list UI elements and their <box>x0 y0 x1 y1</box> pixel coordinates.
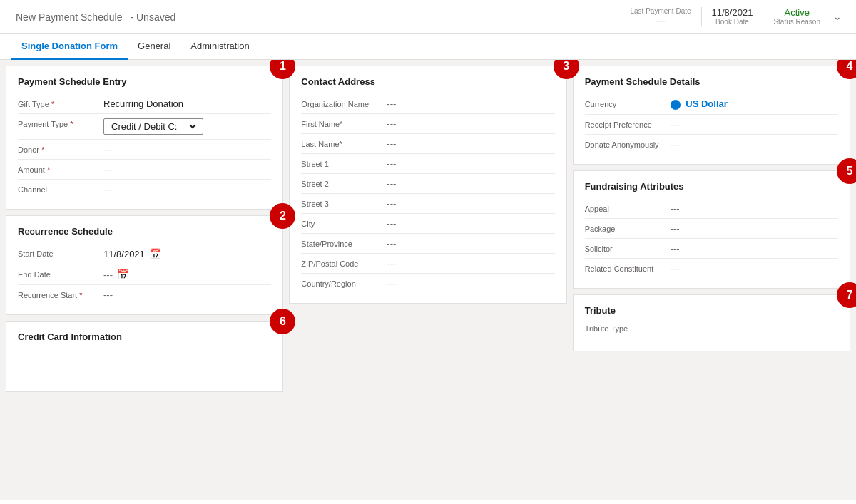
payment-type-value[interactable]: Credit / Debit C: <box>103 118 271 135</box>
tribute-section: 7 Tribute Tribute Type <box>573 294 850 351</box>
end-date-value: --- 📅 <box>103 269 271 280</box>
section-badge-7: 7 <box>837 282 856 308</box>
appeal-value[interactable]: --- <box>671 203 838 214</box>
section-badge-5: 5 <box>837 158 856 184</box>
tab-single-donation-form[interactable]: Single Donation Form <box>11 34 128 60</box>
donor-value[interactable]: --- <box>103 144 271 155</box>
credit-card-section: 6 Credit Card Information <box>6 321 283 392</box>
org-name-field: Organization Name --- <box>301 94 554 114</box>
street3-label: Street 3 <box>301 198 387 208</box>
gift-type-label: Gift Type * <box>18 98 103 108</box>
start-date-calendar-icon[interactable]: 📅 <box>149 248 161 259</box>
country-label: Country/Region <box>301 278 387 288</box>
main-content: 1 Payment Schedule Entry Gift Type * Rec… <box>0 60 856 500</box>
donate-anon-label: Donate Anonymously <box>585 139 671 149</box>
gift-type-field: Gift Type * Recurring Donation <box>18 94 271 114</box>
zip-field: ZIP/Postal Code --- <box>301 254 554 274</box>
gift-type-value: Recurring Donation <box>103 98 271 109</box>
payment-schedule-details-section: 4 Payment Schedule Details Currency US D… <box>573 66 850 165</box>
start-date-value: 11/8/2021 📅 <box>103 248 271 259</box>
book-date-label: Book Date <box>712 18 753 26</box>
state-label: State/Province <box>301 238 387 248</box>
start-date-text: 11/8/2021 <box>103 249 145 259</box>
solicitor-field: Solicitor --- <box>585 239 838 259</box>
currency-value[interactable]: US Dollar <box>671 98 838 110</box>
package-value[interactable]: --- <box>671 223 838 234</box>
recurrence-start-label: Recurrence Start * <box>18 289 103 299</box>
chevron-down-button[interactable]: ⌄ <box>830 8 845 25</box>
payment-schedule-details-title: Payment Schedule Details <box>585 76 838 87</box>
org-name-label: Organization Name <box>301 98 387 108</box>
end-date-text: --- <box>103 269 113 280</box>
end-date-calendar-icon[interactable]: 📅 <box>117 269 129 280</box>
tab-administration[interactable]: Administration <box>180 34 259 60</box>
last-name-label: Last Name* <box>301 138 387 148</box>
status-value: Active <box>784 7 809 18</box>
zip-value[interactable]: --- <box>387 258 554 269</box>
status-meta: Active Status Reason <box>763 7 830 26</box>
tab-general[interactable]: General <box>128 34 180 60</box>
first-name-label: First Name* <box>301 118 387 128</box>
street1-value[interactable]: --- <box>387 158 554 169</box>
payment-type-select[interactable]: Credit / Debit C: <box>108 120 198 133</box>
book-date-value: 11/8/2021 <box>712 7 753 18</box>
donate-anon-field: Donate Anonymously --- <box>585 135 838 154</box>
donate-anon-value[interactable]: --- <box>671 139 838 150</box>
channel-value[interactable]: --- <box>103 184 271 195</box>
payment-schedule-entry-section: 1 Payment Schedule Entry Gift Type * Rec… <box>6 66 283 210</box>
start-date-field: Start Date 11/8/2021 📅 <box>18 244 271 264</box>
page-header: New Payment Schedule - Unsaved Last Paym… <box>0 0 856 34</box>
related-constituent-value[interactable]: --- <box>671 263 838 274</box>
payment-type-label: Payment Type * <box>18 118 103 128</box>
street2-value[interactable]: --- <box>387 178 554 189</box>
payment-type-select-wrapper[interactable]: Credit / Debit C: <box>103 118 203 135</box>
donor-field: Donor * --- <box>18 140 271 160</box>
credit-card-title: Credit Card Information <box>18 331 271 342</box>
currency-text: US Dollar <box>686 98 728 109</box>
start-date-label: Start Date <box>18 248 103 258</box>
tribute-type-label: Tribute Type <box>585 323 671 333</box>
subtitle-text: - Unsaved <box>130 11 175 23</box>
street3-value[interactable]: --- <box>387 198 554 209</box>
state-value[interactable]: --- <box>387 238 554 249</box>
street1-label: Street 1 <box>301 158 387 168</box>
status-label: Status Reason <box>773 18 820 26</box>
street2-label: Street 2 <box>301 178 387 188</box>
country-field: Country/Region --- <box>301 274 554 293</box>
receipt-label: Receipt Preference <box>585 119 671 129</box>
amount-field: Amount * --- <box>18 160 271 180</box>
street1-field: Street 1 --- <box>301 154 554 174</box>
last-payment-label: Last Payment Date <box>631 7 691 15</box>
receipt-field: Receipt Preference --- <box>585 115 838 135</box>
header-meta: Last Payment Date --- 11/8/2021 Book Dat… <box>621 7 845 26</box>
package-label: Package <box>585 223 671 233</box>
globe-icon <box>671 100 681 110</box>
contact-address-section: 3 Contact Address Organization Name --- … <box>289 66 566 304</box>
recurrence-start-value[interactable]: --- <box>103 289 271 300</box>
payment-type-field: Payment Type * Credit / Debit C: <box>18 114 271 140</box>
title-text: New Payment Schedule <box>16 11 122 23</box>
channel-field: Channel --- <box>18 180 271 199</box>
start-date-with-icon: 11/8/2021 📅 <box>103 248 271 259</box>
column-1: 1 Payment Schedule Entry Gift Type * Rec… <box>6 66 283 494</box>
org-name-value[interactable]: --- <box>387 98 554 109</box>
solicitor-value[interactable]: --- <box>671 243 838 254</box>
city-label: City <box>301 218 387 228</box>
first-name-field: First Name* --- <box>301 114 554 134</box>
amount-value[interactable]: --- <box>103 164 271 175</box>
city-value[interactable]: --- <box>387 218 554 229</box>
city-field: City --- <box>301 214 554 234</box>
end-date-field: End Date --- 📅 <box>18 264 271 285</box>
appeal-label: Appeal <box>585 203 671 213</box>
currency-label: Currency <box>585 98 671 108</box>
zip-label: ZIP/Postal Code <box>301 258 387 268</box>
last-payment-value: --- <box>656 15 666 26</box>
receipt-value[interactable]: --- <box>671 119 838 130</box>
appeal-field: Appeal --- <box>585 199 838 219</box>
page-title: New Payment Schedule - Unsaved <box>11 9 621 24</box>
country-value[interactable]: --- <box>387 278 554 289</box>
end-date-label: End Date <box>18 269 103 279</box>
first-name-value[interactable]: --- <box>387 118 554 129</box>
payment-schedule-entry-title: Payment Schedule Entry <box>18 76 271 87</box>
last-name-value[interactable]: --- <box>387 138 554 149</box>
